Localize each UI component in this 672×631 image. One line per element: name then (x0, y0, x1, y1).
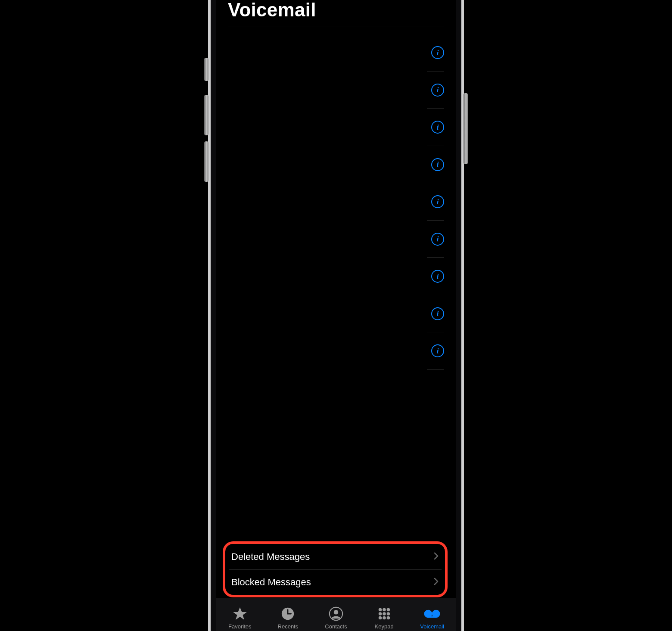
info-button[interactable]: i (431, 158, 444, 171)
svg-point-3 (378, 608, 382, 611)
star-icon (232, 606, 248, 622)
info-button[interactable]: i (431, 195, 444, 208)
info-icon: i (437, 161, 439, 168)
info-button[interactable]: i (431, 46, 444, 59)
info-icon: i (437, 49, 439, 56)
svg-point-10 (383, 616, 386, 619)
info-icon: i (437, 124, 439, 131)
svg-point-5 (386, 608, 390, 611)
keypad-icon (376, 606, 392, 622)
voicemail-row[interactable]: i (216, 183, 456, 221)
svg-point-7 (383, 612, 386, 615)
info-button[interactable]: i (431, 233, 444, 246)
tab-keypad[interactable]: Keypad (360, 606, 408, 630)
power-button[interactable] (464, 93, 468, 164)
voicemail-row[interactable]: i (216, 221, 456, 258)
phone-frame: Voicemail iiiiiiiii Deleted Messages Blo… (208, 0, 464, 631)
voicemail-row[interactable]: i (216, 72, 456, 109)
blocked-messages-label: Blocked Messages (231, 577, 311, 588)
info-icon: i (437, 310, 439, 317)
info-icon: i (437, 347, 439, 355)
chevron-right-icon (434, 551, 439, 562)
blocked-messages-row[interactable]: Blocked Messages (229, 569, 442, 595)
deleted-messages-row[interactable]: Deleted Messages (229, 544, 442, 569)
tab-contacts[interactable]: Contacts (312, 606, 360, 630)
volume-down-button[interactable] (204, 141, 208, 182)
page-title: Voicemail (228, 0, 444, 21)
voicemail-row[interactable]: i (216, 332, 456, 370)
info-button[interactable]: i (431, 307, 444, 320)
info-icon: i (437, 86, 439, 94)
svg-point-6 (378, 612, 382, 615)
screen: Voicemail iiiiiiiii Deleted Messages Blo… (216, 0, 456, 631)
info-icon: i (437, 235, 439, 243)
volume-up-button[interactable] (204, 95, 208, 135)
tab-bar: Favorites Recents Contacts (216, 598, 456, 631)
tab-recents[interactable]: Recents (264, 606, 312, 630)
tab-favorites[interactable]: Favorites (216, 606, 264, 630)
voicemail-row[interactable]: i (216, 295, 456, 333)
info-icon: i (437, 198, 439, 206)
voicemail-row[interactable]: i (216, 146, 456, 184)
info-icon: i (437, 273, 439, 280)
chevron-right-icon (434, 577, 439, 588)
svg-point-11 (386, 616, 390, 619)
info-button[interactable]: i (431, 344, 444, 357)
voicemail-row[interactable]: i (216, 34, 456, 72)
tab-contacts-label: Contacts (325, 623, 347, 630)
tab-recents-label: Recents (278, 623, 299, 630)
voicemail-icon (424, 606, 440, 622)
svg-point-13 (433, 610, 439, 617)
svg-point-9 (378, 616, 382, 619)
svg-point-2 (334, 610, 338, 614)
tab-voicemail[interactable]: Voicemail (408, 606, 456, 630)
svg-point-8 (386, 612, 390, 615)
header-divider (228, 26, 444, 26)
tab-voicemail-label: Voicemail (420, 623, 444, 630)
voicemail-list: iiiiiiiii (216, 34, 456, 541)
voicemail-row[interactable]: i (216, 109, 456, 146)
info-button[interactable]: i (431, 84, 444, 97)
svg-point-4 (383, 608, 386, 611)
info-button[interactable]: i (431, 121, 444, 134)
header: Voicemail (216, 0, 456, 34)
message-folders: Deleted Messages Blocked Messages (223, 541, 448, 597)
svg-point-12 (425, 610, 431, 617)
tab-favorites-label: Favorites (228, 623, 251, 630)
tab-keypad-label: Keypad (375, 623, 394, 630)
mute-switch[interactable] (204, 58, 208, 81)
person-icon (328, 606, 344, 622)
info-button[interactable]: i (431, 270, 444, 283)
clock-icon (280, 606, 296, 622)
voicemail-row[interactable]: i (216, 258, 456, 295)
deleted-messages-label: Deleted Messages (231, 551, 310, 562)
